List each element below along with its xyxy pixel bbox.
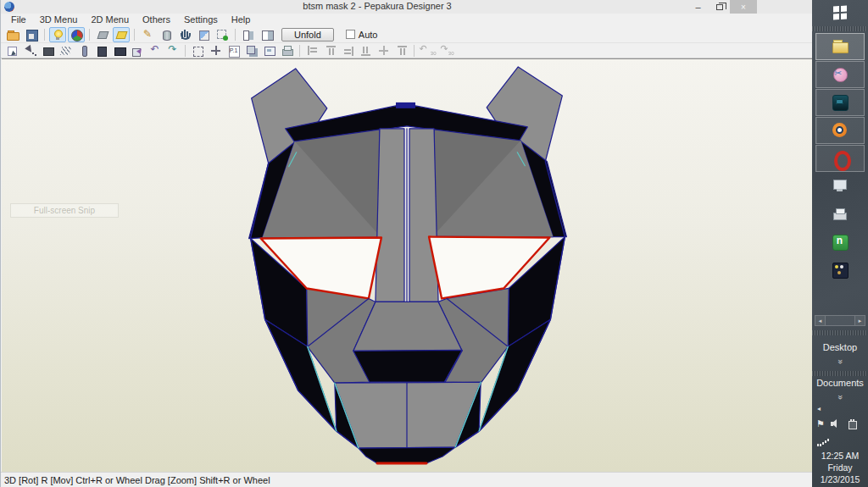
system-tray: ⚑	[816, 418, 865, 429]
n-app-taskbar-button[interactable]	[815, 229, 865, 256]
texture-image-button[interactable]	[40, 44, 56, 58]
align-left-button[interactable]	[304, 44, 320, 58]
taskbar-apps	[812, 32, 868, 285]
save-button[interactable]	[23, 27, 40, 42]
teal-app-taskbar-button[interactable]	[815, 89, 865, 116]
stack-pages-button[interactable]	[243, 44, 259, 58]
taskbar-clock[interactable]: 12:25 AM Friday 1/23/2015	[812, 450, 868, 485]
hatch-fill-button[interactable]	[58, 44, 74, 58]
panel-dark2-icon	[114, 45, 125, 57]
chevron-down-icon[interactable]: »	[837, 359, 844, 363]
minimize-button[interactable]: –	[687, 0, 709, 14]
scroll-right-icon[interactable]: ►	[855, 316, 865, 325]
close-button[interactable]: ×	[730, 0, 757, 14]
print-setup-button[interactable]	[279, 44, 295, 58]
center-vertical-button[interactable]	[393, 44, 409, 58]
material-icon	[198, 29, 209, 41]
restore-button[interactable]	[709, 0, 730, 14]
align-top-button[interactable]	[322, 44, 338, 58]
rotate-30-ccw-button[interactable]: 30	[419, 44, 435, 58]
align-right-button[interactable]	[340, 44, 356, 58]
open-file-button[interactable]	[4, 27, 21, 42]
menu-2d[interactable]: 2D Menu	[84, 14, 136, 26]
select-parts-button[interactable]	[214, 27, 231, 42]
auto-checkbox[interactable]	[346, 30, 355, 39]
redo-icon	[167, 45, 179, 57]
desktop-toolbar[interactable]: Desktop »	[812, 342, 868, 368]
cursor-dots-icon	[25, 45, 36, 57]
dark-panel-wide-button[interactable]	[111, 44, 127, 58]
edit-mode-button[interactable]	[139, 27, 156, 42]
align-bottom-button[interactable]	[358, 44, 374, 58]
panel-dark-icon	[96, 45, 108, 57]
snipping-tool-icon	[832, 66, 849, 83]
3d-viewport[interactable]: Full-screen Snip	[2, 58, 812, 472]
glue-tab-button[interactable]	[75, 44, 92, 58]
menu-others[interactable]: Others	[136, 14, 177, 26]
start-button[interactable]	[812, 0, 868, 25]
arrange-parts-button[interactable]	[208, 44, 224, 58]
chevron-down-icon[interactable]: »	[837, 395, 844, 399]
marquee-icon	[192, 45, 204, 57]
snipping-tool-taskbar-button[interactable]	[815, 61, 865, 88]
both-windows-button[interactable]	[240, 27, 257, 42]
toggle-texture-button[interactable]	[68, 27, 85, 42]
auto-unfold-option[interactable]: Auto	[346, 30, 378, 40]
ball-icon	[70, 29, 82, 41]
solid-view-button[interactable]	[158, 27, 175, 42]
menu-3d[interactable]: 3D Menu	[33, 14, 85, 26]
folder-icon	[7, 29, 19, 41]
menu-help[interactable]: Help	[225, 14, 258, 26]
dark-panel-button[interactable]	[93, 44, 109, 58]
rotate-30-cw-button[interactable]: 30	[437, 44, 453, 58]
show-hidden-icons-button[interactable]: ◂	[817, 405, 821, 412]
toolbar-separator	[235, 29, 236, 41]
rot30-icon: 30	[421, 45, 433, 57]
img-dark-icon	[42, 45, 54, 57]
select-points-button[interactable]	[22, 44, 38, 58]
2d-toolbar: P.13030	[1, 43, 813, 58]
documents-toolbar[interactable]: Documents »	[812, 378, 868, 403]
game-app-taskbar-button[interactable]	[815, 257, 865, 284]
blender-icon	[832, 122, 849, 139]
rotate-left-button[interactable]	[147, 44, 163, 58]
scroll-track[interactable]	[825, 316, 855, 325]
select-mode-button[interactable]	[4, 44, 20, 58]
toolbar-separator	[89, 29, 90, 41]
opera-taskbar-button[interactable]	[815, 145, 865, 172]
window-title: btsm mask 2 - Pepakura Designer 3	[1, 1, 754, 11]
page-layout-button[interactable]: P.1	[225, 44, 242, 58]
marquee-select-button[interactable]	[190, 44, 206, 58]
rotate-right-button[interactable]	[164, 44, 181, 58]
blender-taskbar-button[interactable]	[815, 117, 865, 144]
toggle-light-button[interactable]	[49, 27, 66, 42]
anchor-button[interactable]	[176, 27, 193, 42]
network-signal-icon[interactable]	[817, 437, 834, 446]
right-window-button[interactable]	[259, 27, 275, 42]
chin	[359, 447, 455, 463]
action-center-flag-icon[interactable]: ⚑	[816, 418, 825, 429]
unfold-button[interactable]: Unfold	[281, 28, 334, 42]
toolbar-separator	[44, 29, 45, 41]
taskbar-scrollbar[interactable]: ◄ ►	[815, 315, 865, 326]
title-bar[interactable]: btsm mask 2 - Pepakura Designer 3 – ×	[1, 0, 813, 14]
scroll-left-icon[interactable]: ◄	[815, 316, 825, 325]
frame-view-button[interactable]	[261, 44, 277, 58]
rotate-view-button[interactable]	[94, 27, 111, 42]
screen: btsm mask 2 - Pepakura Designer 3 – × Fi…	[0, 0, 868, 487]
power-icon[interactable]	[847, 419, 858, 429]
file-explorer-taskbar-button[interactable]	[815, 33, 865, 60]
material-button[interactable]	[195, 27, 212, 42]
menu-settings[interactable]: Settings	[177, 14, 225, 26]
center-horizontal-button[interactable]	[376, 44, 392, 58]
status-text: 3D [Rot] R [Mov] Ctrl+R or Wheel Drag [Z…	[4, 475, 270, 485]
menu-file[interactable]: File	[4, 14, 33, 26]
anchor-icon	[179, 29, 191, 41]
printer-taskbar-button[interactable]	[815, 201, 865, 228]
system-monitor-taskbar-button[interactable]	[815, 173, 865, 200]
sel-box-icon	[7, 45, 19, 57]
fit-view-button[interactable]	[113, 27, 130, 42]
move-part-button[interactable]	[129, 44, 145, 58]
nose-bridge-left	[376, 129, 404, 302]
volume-icon[interactable]	[831, 419, 841, 429]
